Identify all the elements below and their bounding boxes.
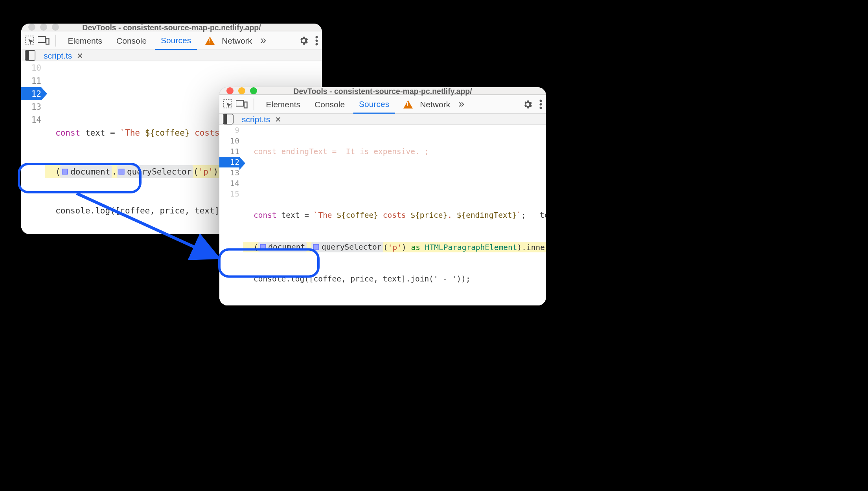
titlebar: DevTools - consistent-source-map-pc.netl… [21, 24, 322, 31]
svg-rect-14 [236, 100, 244, 106]
tab-console[interactable]: Console [309, 95, 351, 114]
code-content[interactable]: const endingText = It is expensive. ; co… [243, 125, 546, 305]
code-editor: 9 10 11 12 13 14 15 const endingText = I… [219, 125, 546, 305]
gear-icon[interactable] [522, 99, 533, 109]
queryselector-chip: querySelector [311, 242, 383, 252]
zoom-dot[interactable] [250, 87, 257, 94]
file-tab-name: script.ts [44, 51, 72, 60]
close-icon[interactable]: ✕ [77, 51, 83, 60]
tab-network[interactable]: Network [199, 31, 258, 50]
file-tab-bar: script.ts ✕ [21, 50, 322, 62]
document-chip: document [61, 165, 112, 178]
kebab-icon[interactable] [539, 99, 542, 109]
tab-sources[interactable]: Sources [353, 95, 395, 114]
file-tab[interactable]: script.ts ✕ [239, 114, 284, 124]
inspect-icon[interactable] [223, 99, 234, 109]
warning-icon [403, 100, 413, 108]
tab-elements[interactable]: Elements [260, 95, 307, 114]
tab-console[interactable]: Console [110, 31, 153, 50]
traffic-lights [28, 24, 59, 31]
tab-network[interactable]: Network [397, 95, 456, 114]
close-dot[interactable] [226, 87, 234, 94]
main-toolbar: Elements Console Sources Network » [21, 31, 322, 50]
window-title: DevTools - consistent-source-map-pc.netl… [219, 87, 546, 95]
svg-point-3 [316, 36, 318, 38]
warning-icon [205, 36, 215, 44]
show-navigator-icon[interactable] [25, 50, 35, 61]
line-gutter: 9 10 11 12 13 14 15 [219, 125, 243, 305]
document-chip: document [258, 242, 307, 252]
svg-rect-1 [38, 36, 46, 42]
titlebar: DevTools - consistent-source-map-pc.netl… [219, 87, 546, 95]
file-tab-name: script.ts [242, 114, 270, 124]
svg-point-18 [540, 107, 542, 109]
zoom-dot[interactable] [52, 24, 59, 31]
close-dot[interactable] [28, 24, 35, 31]
device-icon[interactable] [236, 99, 248, 109]
file-tab[interactable]: script.ts ✕ [41, 51, 86, 60]
devtools-window-right: DevTools - consistent-source-map-pc.netl… [219, 87, 546, 305]
window-title: DevTools - consistent-source-map-pc.netl… [21, 24, 322, 31]
minimize-dot[interactable] [40, 24, 47, 31]
show-navigator-icon[interactable] [223, 114, 234, 125]
kebab-icon[interactable] [315, 35, 318, 46]
close-icon[interactable]: ✕ [275, 115, 281, 124]
overflow-tabs[interactable]: » [260, 34, 266, 47]
svg-point-17 [540, 103, 542, 105]
queryselector-chip: querySelector [117, 165, 193, 178]
main-toolbar: Elements Console Sources Network » [219, 95, 546, 114]
svg-rect-2 [46, 38, 49, 44]
minimize-dot[interactable] [238, 87, 245, 94]
device-icon[interactable] [38, 36, 50, 45]
overflow-tabs[interactable]: » [458, 98, 464, 110]
line-gutter: 10 11 12 13 14 [21, 61, 45, 234]
svg-point-5 [316, 43, 318, 45]
inspect-icon[interactable] [25, 35, 35, 46]
file-tab-bar: script.ts ✕ [219, 114, 546, 125]
tab-sources[interactable]: Sources [155, 31, 197, 50]
svg-point-4 [316, 39, 318, 42]
traffic-lights [226, 87, 257, 94]
svg-rect-15 [244, 102, 247, 108]
gear-icon[interactable] [298, 35, 309, 46]
svg-point-16 [540, 99, 542, 102]
tab-elements[interactable]: Elements [62, 31, 108, 50]
